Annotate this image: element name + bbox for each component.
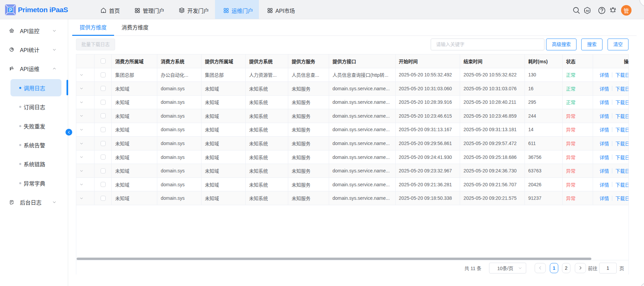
svg-text:p: p (9, 6, 12, 12)
svg-text:AI: AI (586, 9, 589, 13)
